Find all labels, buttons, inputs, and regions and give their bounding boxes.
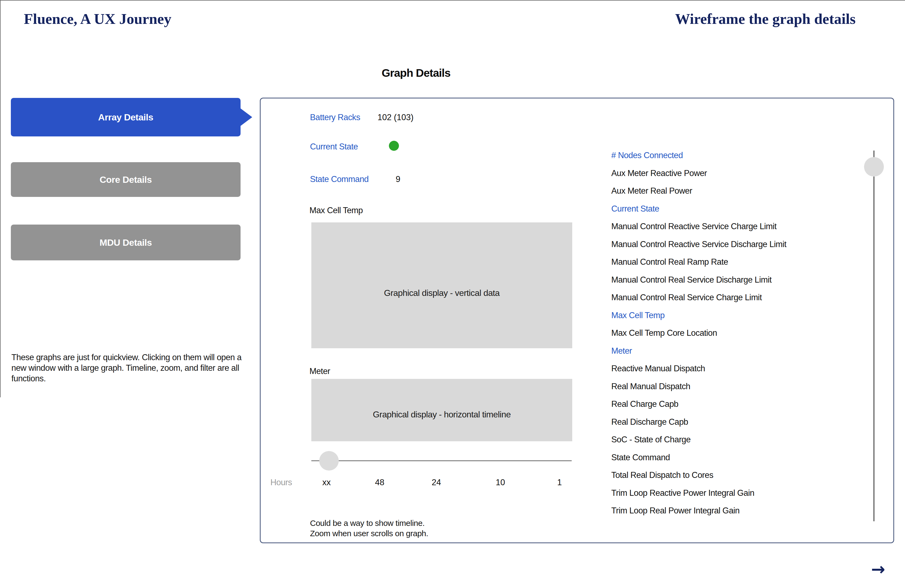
- sidebar-tab[interactable]: Core Details: [11, 162, 241, 197]
- sidebar-tab[interactable]: Array Details: [11, 98, 241, 137]
- parameter-list-item[interactable]: Real Manual Dispatch: [611, 378, 905, 396]
- parameter-scrollbar-knob[interactable]: [864, 157, 884, 176]
- max-cell-temp-chart-label: Max Cell Temp: [310, 206, 363, 215]
- meter-chart-label: Meter: [310, 366, 330, 376]
- timeline-slider-knob[interactable]: [319, 451, 339, 470]
- parameter-label: Real Discharge Capb: [611, 417, 688, 427]
- parameter-list-item[interactable]: Manual Control Real Ramp Rate: [611, 253, 905, 271]
- parameter-list-item[interactable]: Real Charge Capb: [611, 395, 905, 413]
- parameter-list-item[interactable]: Aux Meter Real Power: [611, 182, 905, 200]
- parameter-list-item[interactable]: Max Cell Temp Core Location: [611, 324, 905, 342]
- parameter-label: Manual Control Reactive Service Charge L…: [611, 222, 776, 231]
- vertical-chart-placeholder-text: Graphical display - vertical data: [384, 288, 500, 298]
- parameter-label: Max Cell Temp: [611, 310, 665, 320]
- parameter-list-item[interactable]: Max Cell Temp: [611, 307, 905, 324]
- details-panel: Battery Racks 102 (103) Current State St…: [260, 98, 894, 543]
- parameter-label: Aux Meter Reactive Power: [611, 168, 707, 178]
- sidebar-tab-label: Core Details: [100, 175, 152, 185]
- sidebar-note: These graphs are just for quickview. Cli…: [11, 352, 258, 384]
- parameter-label: Current State: [611, 204, 659, 213]
- parameter-list-item[interactable]: Trim Loop Reactive Power Integral Gain: [611, 484, 905, 502]
- parameter-label: State Command: [611, 453, 670, 462]
- parameter-list-item[interactable]: Total Real Dispatch to Cores: [611, 466, 905, 484]
- parameter-list-item[interactable]: Manual Control Real Service Discharge Li…: [611, 271, 905, 289]
- parameter-label: Max Cell Temp Core Location: [611, 328, 717, 338]
- app-title: Fluence, A UX Journey: [24, 10, 171, 27]
- next-page-arrow-icon[interactable]: →: [871, 561, 885, 578]
- parameter-label: # Nodes Connected: [611, 151, 683, 160]
- sidebar-tab[interactable]: MDU Details: [11, 224, 241, 261]
- parameter-label: Total Real Dispatch to Cores: [611, 470, 713, 480]
- parameter-scrollbar-track[interactable]: [873, 151, 874, 521]
- current-state-label[interactable]: Current State: [310, 142, 358, 152]
- timeline-ticks: xx4824101: [260, 478, 586, 488]
- parameter-list-item[interactable]: # Nodes Connected: [611, 146, 905, 164]
- section-heading: Graph Details: [381, 67, 451, 79]
- parameter-list: # Nodes Connected Aux Meter Reactive Pow…: [611, 146, 905, 520]
- parameter-list-item[interactable]: Trim Loop Real Power Integral Gain: [611, 502, 905, 520]
- timeline-tick-label: 1: [557, 478, 562, 487]
- parameter-label: Reactive Manual Dispatch: [611, 364, 705, 373]
- panel-note-line-1: Could be a way to show timeline.: [310, 518, 428, 528]
- timeline-slider-track[interactable]: [311, 461, 572, 461]
- timeline-tick-label: 48: [375, 478, 384, 487]
- vertical-data-chart-placeholder[interactable]: Graphical display - vertical data: [311, 222, 572, 348]
- battery-racks-value: 102 (103): [378, 113, 414, 122]
- sidebar-tabs: Array Details Core Details MDU Details: [11, 98, 264, 272]
- parameter-label: SoC - State of Charge: [611, 435, 691, 444]
- page-left-edge: [0, 0, 0, 397]
- state-command-value: 9: [396, 175, 400, 184]
- parameter-list-item[interactable]: Real Discharge Capb: [611, 413, 905, 431]
- parameter-list-item[interactable]: Reactive Manual Dispatch: [611, 360, 905, 378]
- battery-racks-label[interactable]: Battery Racks: [310, 113, 360, 122]
- panel-note: Could be a way to show timeline. Zoom wh…: [310, 518, 428, 539]
- parameter-label: Real Charge Capb: [611, 399, 678, 409]
- parameter-label: Manual Control Real Service Discharge Li…: [611, 275, 772, 284]
- parameter-list-item[interactable]: Manual Control Real Service Charge Limit: [611, 289, 905, 307]
- parameter-list-item[interactable]: SoC - State of Charge: [611, 431, 905, 448]
- parameter-label: Aux Meter Real Power: [611, 186, 692, 195]
- panel-note-line-2: Zoom when user scrolls on graph.: [310, 528, 428, 539]
- parameter-list-item[interactable]: Manual Control Reactive Service Charge L…: [611, 218, 905, 235]
- parameter-label: Trim Loop Reactive Power Integral Gain: [611, 488, 754, 498]
- state-command-label[interactable]: State Command: [310, 175, 368, 184]
- sidebar-tab-label: Array Details: [98, 112, 153, 122]
- parameter-label: Meter: [611, 346, 632, 356]
- parameter-list-item[interactable]: Aux Meter Reactive Power: [611, 164, 905, 182]
- sidebar-tab-label: MDU Details: [100, 237, 152, 248]
- parameter-list-item[interactable]: State Command: [611, 448, 905, 467]
- horizontal-timeline-chart-placeholder[interactable]: Graphical display - horizontal timeline: [311, 379, 572, 441]
- timeline-tick-label: 10: [496, 478, 505, 487]
- parameter-label: Manual Control Reactive Service Discharg…: [611, 240, 786, 249]
- timeline-tick-label: 24: [432, 478, 441, 487]
- page-top-edge: [0, 0, 905, 0]
- parameter-label: Trim Loop Real Power Integral Gain: [611, 506, 740, 515]
- parameter-label: Real Manual Dispatch: [611, 381, 690, 391]
- parameter-label: Manual Control Real Ramp Rate: [611, 257, 728, 267]
- green-status-dot: [389, 141, 399, 151]
- parameter-list-item[interactable]: Meter: [611, 342, 905, 360]
- horizontal-chart-placeholder-text: Graphical display - horizontal timeline: [373, 410, 511, 420]
- timeline-tick-label: xx: [322, 478, 331, 487]
- wireframe-page: Fluence, A UX Journey Wireframe the grap…: [0, 0, 905, 588]
- parameter-label: Manual Control Real Service Charge Limit: [611, 292, 762, 302]
- parameter-list-item[interactable]: Current State: [611, 200, 905, 218]
- page-title: Wireframe the graph details: [675, 10, 856, 27]
- parameter-list-item[interactable]: Manual Control Reactive Service Discharg…: [611, 235, 905, 253]
